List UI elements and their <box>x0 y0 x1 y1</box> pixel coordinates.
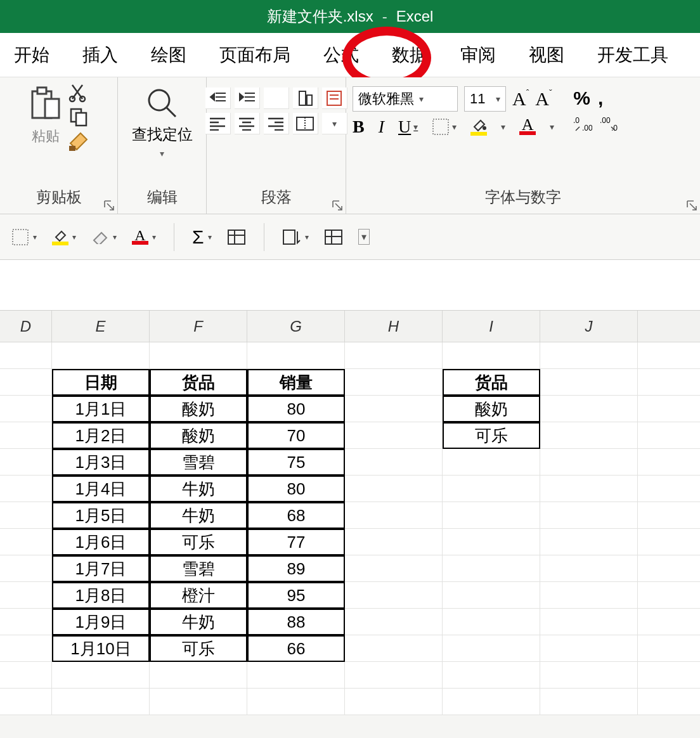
qt-more[interactable]: ▾ <box>358 229 370 245</box>
cell[interactable] <box>540 369 638 396</box>
tab-dev[interactable]: 开发工具 <box>597 43 668 67</box>
qt-freeze[interactable] <box>324 229 343 245</box>
cell[interactable]: 1月5日 <box>52 502 150 529</box>
cell[interactable] <box>540 582 638 609</box>
cell[interactable]: 95 <box>247 582 345 609</box>
cell[interactable] <box>638 689 700 715</box>
col-I[interactable]: I <box>443 311 540 342</box>
cell[interactable]: 销量 <box>247 369 345 396</box>
cell[interactable] <box>345 635 443 662</box>
cell[interactable] <box>638 662 700 689</box>
cell[interactable]: 1月9日 <box>52 609 150 635</box>
font-family-select[interactable]: 微软雅黑 ▾ <box>353 86 458 112</box>
cell[interactable] <box>638 342 700 369</box>
tab-data[interactable]: 数据 <box>392 43 427 67</box>
cell[interactable]: 牛奶 <box>150 476 247 502</box>
percent-button[interactable]: % <box>573 87 590 109</box>
cell[interactable]: 1月8日 <box>52 582 150 609</box>
cell[interactable] <box>443 689 540 715</box>
font-size-select[interactable]: 11 ▾ <box>464 86 506 112</box>
cell[interactable] <box>638 635 700 662</box>
cell[interactable]: 1月2日 <box>52 422 150 449</box>
format-painter-icon[interactable] <box>68 131 89 152</box>
cell[interactable] <box>638 369 700 396</box>
cell[interactable]: 1月4日 <box>52 476 150 502</box>
cell[interactable] <box>150 689 247 715</box>
cell[interactable] <box>540 635 638 662</box>
cell[interactable]: 货品 <box>150 369 247 396</box>
worksheet[interactable]: D E F G H I J 日期货品销量货品1月1日酸奶80酸奶1月2日酸奶70… <box>0 311 700 715</box>
cell[interactable] <box>638 449 700 476</box>
cell[interactable] <box>443 476 540 502</box>
align-right-icon[interactable] <box>264 113 289 134</box>
cell[interactable] <box>0 422 52 449</box>
cell[interactable]: 可乐 <box>443 422 540 449</box>
decrease-decimal-icon[interactable]: .00.0 <box>600 115 619 132</box>
cell[interactable] <box>638 582 700 609</box>
cell[interactable]: 1月10日 <box>52 635 150 662</box>
cell[interactable] <box>345 502 443 529</box>
cell[interactable] <box>0 476 52 502</box>
cell[interactable] <box>638 396 700 422</box>
cell[interactable] <box>0 555 52 582</box>
tab-insert[interactable]: 插入 <box>82 43 118 67</box>
cell[interactable] <box>540 555 638 582</box>
cell[interactable] <box>443 609 540 635</box>
cell[interactable]: 66 <box>247 635 345 662</box>
qt-sort-filter[interactable]: ▾ <box>282 229 309 245</box>
bold-button[interactable]: B <box>353 117 365 137</box>
cell[interactable]: 68 <box>247 502 345 529</box>
font-color-button[interactable]: A <box>519 119 536 135</box>
col-J[interactable]: J <box>540 311 638 342</box>
qt-table-icon[interactable] <box>227 229 246 245</box>
cell[interactable] <box>345 369 443 396</box>
increase-font-icon[interactable]: Aˆ <box>512 88 529 110</box>
cell[interactable] <box>638 422 700 449</box>
cell[interactable]: 70 <box>247 422 345 449</box>
cell[interactable]: 酸奶 <box>150 422 247 449</box>
cell[interactable] <box>540 422 638 449</box>
indent-increase-icon[interactable] <box>235 87 260 109</box>
cell[interactable] <box>345 396 443 422</box>
cell[interactable]: 可乐 <box>150 635 247 662</box>
cell[interactable] <box>638 555 700 582</box>
cell[interactable] <box>638 502 700 529</box>
cell[interactable] <box>247 342 345 369</box>
increase-decimal-icon[interactable]: .0.00 <box>573 115 592 132</box>
cell[interactable] <box>247 662 345 689</box>
chevron-down-icon[interactable]: ▾ <box>550 122 554 132</box>
tab-layout[interactable]: 页面布局 <box>219 43 290 67</box>
cell[interactable]: 橙汁 <box>150 582 247 609</box>
cell[interactable] <box>443 635 540 662</box>
cell[interactable] <box>540 529 638 555</box>
cell[interactable]: 88 <box>247 609 345 635</box>
col-G[interactable]: G <box>247 311 345 342</box>
paste-button[interactable]: 粘贴 <box>29 86 63 146</box>
cell[interactable] <box>345 689 443 715</box>
cell[interactable] <box>540 689 638 715</box>
cell[interactable] <box>443 342 540 369</box>
text-direction-icon[interactable] <box>322 87 347 109</box>
cell[interactable] <box>443 582 540 609</box>
cell[interactable] <box>540 502 638 529</box>
cell[interactable]: 雪碧 <box>150 555 247 582</box>
cell[interactable] <box>52 662 150 689</box>
cell[interactable]: 雪碧 <box>150 449 247 476</box>
tab-draw[interactable]: 绘图 <box>151 43 186 67</box>
underline-button[interactable]: U ▾ <box>398 117 418 137</box>
cell[interactable] <box>540 449 638 476</box>
cell[interactable] <box>52 689 150 715</box>
clipboard-launcher[interactable] <box>103 200 116 212</box>
tab-home[interactable]: 开始 <box>14 43 49 67</box>
qt-fill[interactable]: ▾ <box>52 229 76 245</box>
cell[interactable] <box>0 582 52 609</box>
cell[interactable] <box>0 342 52 369</box>
chevron-down-icon[interactable]: ▾ <box>322 113 347 134</box>
cell[interactable] <box>0 635 52 662</box>
cell[interactable]: 酸奶 <box>443 396 540 422</box>
cell[interactable]: 货品 <box>443 369 540 396</box>
indent-decrease-icon[interactable] <box>205 87 231 109</box>
cell[interactable]: 1月1日 <box>52 396 150 422</box>
cell[interactable] <box>345 555 443 582</box>
cell[interactable] <box>540 662 638 689</box>
